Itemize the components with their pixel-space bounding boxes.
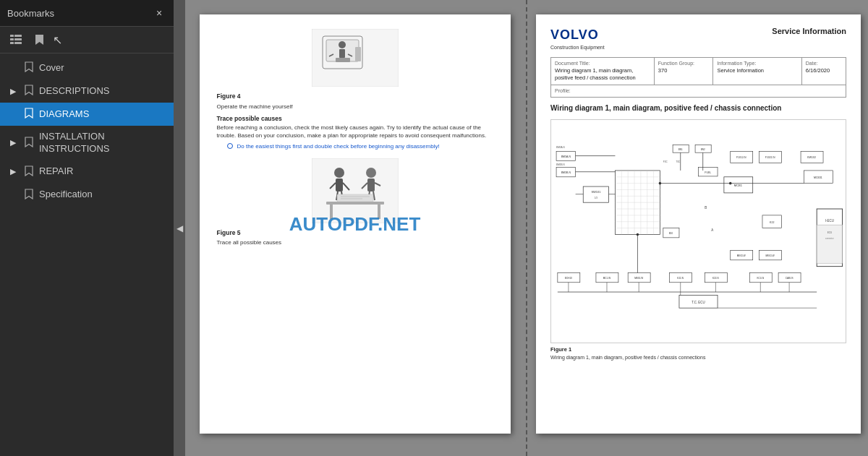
svg-rect-4 [10, 42, 14, 44]
volvo-logo: VOLVO [550, 26, 605, 44]
figure1-caption: Wiring diagram 1, main diagram, positive… [550, 354, 846, 361]
sidebar-item-specification[interactable]: Specification [0, 184, 174, 207]
svg-text:BM3B-N: BM3B-N [556, 163, 565, 166]
figure4-box [217, 29, 493, 87]
func-group-value: 370 [658, 67, 710, 75]
sidebar-item-repair-label: REPAIR [39, 165, 73, 178]
sidebar-item-installation[interactable]: ▶ INSTALLATION INSTRUCTIONS [0, 126, 174, 160]
sidebar-item-cover-label: Cover [39, 62, 64, 74]
svg-rect-12 [355, 47, 361, 61]
wiring-diagram-svg: BM3A-N BM3B-N SW101 1/3 [551, 120, 846, 343]
figure5-label: Figure 5 [217, 229, 493, 238]
sidebar-toolbar: ↖ [0, 27, 174, 53]
svg-rect-29 [330, 205, 333, 219]
figure5-box [217, 158, 493, 223]
svg-text:BW102: BW102 [807, 156, 816, 159]
right-page-wrapper: VOLVO Construction Equipment Service Inf… [529, 0, 868, 456]
brand-block: VOLVO Construction Equipment [550, 26, 605, 51]
svg-text:KCU-N: KCU-N [757, 278, 764, 280]
expand-arrow-repair: ▶ [10, 167, 19, 176]
trace-causes-heading: Trace possible causes [217, 115, 493, 124]
sidebar-item-installation-label: INSTALLATION INSTRUCTIONS [39, 131, 166, 155]
figure1-label: Figure 1 [550, 346, 846, 354]
svg-text:1/3: 1/3 [595, 197, 598, 199]
svg-rect-11 [336, 58, 350, 62]
page-divider [526, 0, 527, 456]
pages-container: Figure 4 Operate the machine yourself Tr… [185, 0, 868, 456]
wiring-diagram: BM3A-N BM3B-N SW101 1/3 [550, 119, 846, 343]
bookmark-icon-diagrams [25, 108, 33, 121]
list-view-button[interactable] [6, 31, 26, 48]
collapse-arrow-icon: ◀ [176, 223, 183, 233]
sidebar-item-descriptions[interactable]: ▶ DESCRIPTIONS [0, 79, 174, 103]
svg-text:T.C. ECU: T.C. ECU [692, 301, 705, 304]
right-page: VOLVO Construction Equipment Service Inf… [536, 14, 861, 434]
svg-text:A: A [711, 228, 713, 232]
svg-rect-30 [378, 205, 380, 219]
svg-text:K22-N: K22-N [712, 278, 719, 280]
close-icon[interactable]: × [152, 6, 166, 20]
svg-text:F1012-N: F1012-N [736, 156, 746, 159]
svg-rect-17 [336, 178, 343, 192]
sidebar-header-icons: × [152, 6, 166, 20]
svg-point-111 [729, 182, 732, 185]
expand-arrow-descriptions: ▶ [10, 87, 19, 96]
svg-text:T0C: T0C [676, 161, 681, 164]
sidebar-item-specification-label: Specification [39, 189, 93, 201]
bullet-circle-1 [227, 143, 233, 149]
info-type-value: Service Information [717, 67, 797, 75]
sidebar-header: Bookmarks × [0, 0, 174, 27]
svg-rect-3 [14, 38, 22, 40]
svg-text:BN2: BN2 [701, 148, 705, 151]
sidebar-item-repair[interactable]: ▶ REPAIR [0, 160, 174, 184]
bookmark-icon-descriptions [25, 85, 33, 98]
doc-title: Wiring diagram 1, main diagram, positive… [550, 103, 846, 113]
svg-text:K22: K22 [770, 222, 774, 225]
svg-point-16 [334, 168, 344, 178]
svg-text:BM3A-N: BM3A-N [556, 146, 565, 149]
service-info-label: Service Information [772, 26, 846, 37]
svg-rect-10 [339, 49, 345, 58]
svg-text:B10: B10 [669, 233, 673, 236]
svg-rect-23 [367, 178, 375, 192]
svg-text:K22-N: K22-N [677, 278, 684, 280]
date-value: 6/16/2020 [806, 67, 842, 75]
svg-text:MCB1: MCB1 [734, 184, 743, 187]
svg-point-110 [659, 182, 662, 185]
svg-text:BM3B-N: BM3B-N [561, 172, 571, 175]
svg-text:ME63-W: ME63-W [766, 255, 775, 258]
figure4-illustration [312, 29, 399, 87]
svg-text:I-ECU: I-ECU [825, 219, 834, 223]
svg-rect-1 [14, 35, 22, 37]
svg-text:ME63-W: ME63-W [634, 278, 643, 280]
right-page-header: VOLVO Construction Equipment Service Inf… [550, 26, 846, 51]
svg-point-112 [637, 233, 639, 236]
svg-text:MC1-W: MC1-W [603, 278, 611, 280]
bookmark-icon-repair [25, 165, 33, 178]
figure5-caption: Trace all possible causes [217, 238, 493, 246]
sidebar-item-diagrams[interactable]: DIAGRAMS [0, 103, 174, 126]
bookmark-icon-cover [25, 61, 33, 74]
bookmark-icon-specification [25, 189, 33, 202]
expand-arrow-diagrams [10, 110, 19, 119]
svg-rect-28 [326, 202, 384, 205]
cursor-indicator: ↖ [52, 35, 62, 45]
svg-text:CABUS: CABUS [786, 278, 793, 280]
svg-rect-0 [10, 35, 14, 37]
svg-text:F1022-N: F1022-N [765, 156, 775, 159]
sidebar-items: Cover ▶ DESCRIPTIONS DIAGRAMS ▶ [0, 53, 174, 456]
svg-text:BOH10: BOH10 [565, 278, 572, 280]
sidebar-item-cover[interactable]: Cover [0, 56, 174, 79]
collapse-sidebar-button[interactable]: ◀ [174, 0, 185, 456]
svg-point-9 [339, 41, 346, 48]
expand-arrow-cover [10, 64, 19, 72]
bookmark-view-button[interactable] [29, 31, 49, 48]
svg-text:FUEL: FUEL [705, 172, 711, 175]
doc-title-label: Document Title: [555, 60, 650, 67]
figure5-illustration [312, 158, 399, 223]
svg-text:BN1: BN1 [678, 148, 683, 151]
info-type-label: Information Type: [717, 60, 797, 67]
main-content: ◀ [174, 0, 868, 456]
svg-point-22 [366, 168, 376, 178]
bullet-text-1: Do the easiest things first and double c… [237, 142, 440, 150]
